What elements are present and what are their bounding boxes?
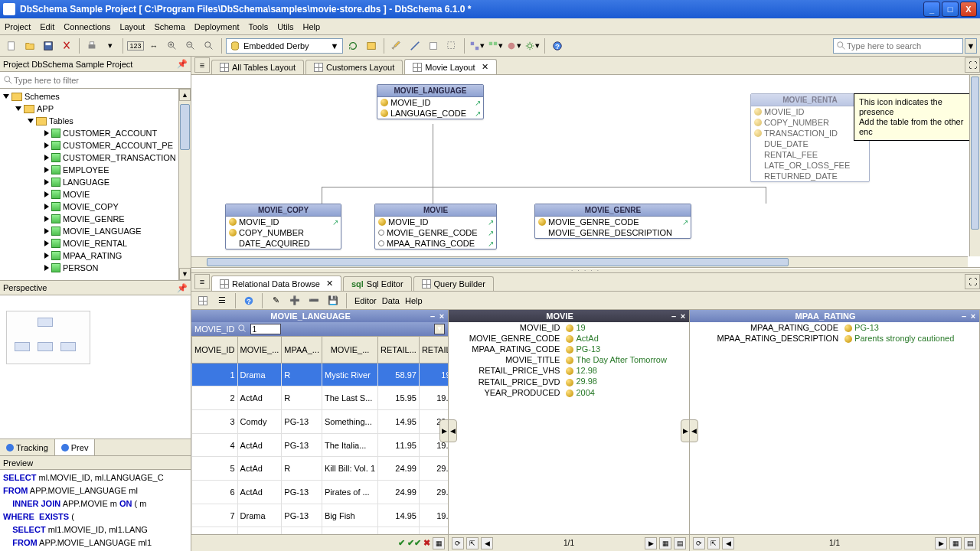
form-view-icon[interactable]: ▤: [674, 537, 686, 549]
tab-data-browse[interactable]: Relational Data Browse✕: [211, 276, 341, 291]
tab-movie[interactable]: Movie Layout✕: [404, 59, 496, 74]
next-page-icon[interactable]: ▶: [645, 537, 657, 549]
expand-arrow-icon[interactable]: ◀: [448, 419, 457, 442]
perspective-thumbnail[interactable]: [6, 311, 90, 364]
diagram-canvas[interactable]: MOVIE_LANGUAGE MOVIE_ID↗ LANGUAGE_CODE↗ …: [191, 75, 980, 268]
export-button[interactable]: ▾: [102, 37, 119, 54]
menu-edit[interactable]: Edit: [40, 22, 54, 31]
close-tab-icon[interactable]: ✕: [482, 62, 488, 72]
tb-row-button[interactable]: ☰: [214, 292, 230, 309]
zoom-in-button[interactable]: [164, 37, 181, 54]
cancel-icon[interactable]: ✖: [423, 538, 430, 548]
data-table[interactable]: MOVIE_IDMOVIE_...MPAA_...MOVIE_...RETAIL…: [191, 336, 448, 551]
record-view[interactable]: MPAA_RATING_CODEPG-13 MPAA_RATING_DESCRI…: [690, 322, 979, 344]
search-input[interactable]: [847, 41, 960, 51]
pane-close-icon[interactable]: ×: [969, 311, 978, 321]
table-row[interactable]: 1DramaRMystic River58.9719.92003: [192, 363, 449, 386]
tab-preview[interactable]: Prev: [55, 439, 96, 455]
tab-all-tables[interactable]: All Tables Layout: [211, 60, 304, 74]
menu-help[interactable]: Help: [303, 22, 321, 31]
tb-save-button[interactable]: 💾: [325, 292, 341, 309]
help-button[interactable]: ?: [549, 37, 566, 54]
close-tab-icon[interactable]: ✕: [326, 279, 333, 289]
tree-item[interactable]: MPAA_RATING: [2, 249, 189, 262]
menu-deployment[interactable]: Deployment: [194, 22, 240, 31]
splitter[interactable]: · · · · ·: [191, 268, 980, 273]
grid-view-icon[interactable]: ▦: [659, 537, 671, 549]
entity-movie-genre[interactable]: MOVIE_GENRE MOVIE_GENRE_CODE↗ MOVIE_GENR…: [534, 204, 691, 239]
menu-project[interactable]: Project: [5, 22, 31, 31]
prev-page-icon[interactable]: ◀: [722, 537, 734, 549]
close-button[interactable]: X: [960, 2, 977, 17]
tree-item[interactable]: CUSTOMER_ACCOUNT_PE: [2, 139, 189, 152]
pane-min-icon[interactable]: –: [959, 311, 969, 321]
tree-scrollbar[interactable]: ▲▼: [178, 89, 191, 280]
schema-button[interactable]: [363, 37, 380, 54]
canvas-hscroll[interactable]: [191, 256, 968, 267]
note-tool-button[interactable]: [425, 37, 442, 54]
project-tree[interactable]: Schemes APP Tables CUSTOMER_ACCOUNT CUST…: [0, 89, 191, 280]
zoom-out-button[interactable]: [182, 37, 199, 54]
grid-view-icon[interactable]: ▦: [433, 537, 445, 549]
zoom-fit-button[interactable]: ↔: [145, 37, 162, 54]
menu-tools[interactable]: Tools: [248, 22, 268, 31]
table-row[interactable]: 7DramaPG-13Big Fish14.9519.942003: [192, 504, 449, 527]
pin-icon[interactable]: 📌: [177, 283, 188, 293]
pane-close-icon[interactable]: ×: [437, 311, 446, 321]
entity-movie-rental[interactable]: MOVIE_RENTA MOVIE_ID↗ COPY_NUMBER↗ TRANS…: [750, 93, 870, 182]
pane-min-icon[interactable]: –: [669, 311, 678, 321]
help-label[interactable]: Help: [405, 296, 423, 305]
maximize-panel-button[interactable]: ⛶: [965, 274, 980, 289]
layout-dd-1[interactable]: ▾: [469, 37, 485, 54]
pin-icon[interactable]: 📌: [177, 59, 188, 69]
prev-page-icon[interactable]: ◀: [481, 537, 493, 549]
db-engine-select[interactable]: Embedded Derby ▼: [226, 38, 343, 54]
grid-view-icon[interactable]: ▦: [949, 537, 962, 549]
tree-item[interactable]: MOVIE_LANGUAGE: [2, 225, 189, 237]
menu-schema[interactable]: Schema: [154, 22, 185, 31]
table-row[interactable]: 5ActAdRKill Bill: Vol. 124.9929.992003: [192, 457, 449, 481]
tree-schemes[interactable]: Schemes: [2, 90, 189, 103]
relation-tool-button[interactable]: [407, 37, 423, 54]
tree-item[interactable]: EMPLOYEE: [2, 164, 189, 176]
edit-tool-button[interactable]: [388, 37, 405, 54]
canvas-vscroll[interactable]: [969, 75, 980, 256]
layout-dd-2[interactable]: ▾: [487, 37, 504, 54]
refresh-button[interactable]: [345, 37, 361, 54]
filter-value-input[interactable]: [250, 324, 281, 334]
tree-item[interactable]: MOVIE_COPY: [2, 201, 189, 213]
export-icon[interactable]: ⇱: [466, 537, 479, 549]
tree-app[interactable]: APP: [2, 103, 189, 115]
refresh-icon[interactable]: ⟳: [452, 537, 464, 549]
tab-customers[interactable]: Customers Layout: [305, 60, 403, 74]
tb-help-button[interactable]: ?: [240, 292, 257, 309]
pane-min-icon[interactable]: –: [428, 311, 437, 321]
cut-button[interactable]: [58, 37, 75, 54]
editor-label[interactable]: Editor: [354, 296, 377, 305]
zoom-100-button[interactable]: 123: [127, 37, 144, 54]
next-page-icon[interactable]: ▶: [935, 537, 947, 549]
gear-button[interactable]: ▾: [524, 37, 541, 54]
search-dropdown[interactable]: ▼: [965, 38, 977, 54]
tree-item[interactable]: CUSTOMER_ACCOUNT: [2, 127, 189, 139]
tab-sql-editor[interactable]: sqlSql Editor: [343, 276, 412, 291]
tree-item[interactable]: LANGUAGE: [2, 176, 189, 188]
save-button[interactable]: [40, 37, 57, 54]
group-tool-button[interactable]: [443, 37, 460, 54]
search-box[interactable]: [833, 38, 963, 54]
new-button[interactable]: [3, 37, 20, 54]
minimize-button[interactable]: _: [923, 2, 940, 17]
tree-item[interactable]: CUSTOMER_TRANSACTION: [2, 152, 189, 164]
maximize-panel-button[interactable]: ⛶: [965, 57, 980, 73]
filter-input[interactable]: [14, 76, 188, 85]
data-label[interactable]: Data: [382, 296, 400, 305]
tb-del-button[interactable]: ➖: [305, 292, 322, 309]
form-view-icon[interactable]: ▤: [964, 537, 976, 549]
expand-arrow-icon[interactable]: ◀: [689, 419, 698, 442]
maximize-button[interactable]: □: [942, 2, 959, 17]
menu-connections[interactable]: Connections: [64, 22, 110, 31]
table-row[interactable]: 4ActAdPG-13The Italia...11.9519.992003: [192, 433, 449, 457]
zoom-reset-button[interactable]: [201, 37, 217, 54]
record-view[interactable]: MOVIE_ID19 MOVIE_GENRE_CODEActAd MPAA_RA…: [449, 322, 689, 398]
tree-item[interactable]: MOVIE: [2, 188, 189, 201]
